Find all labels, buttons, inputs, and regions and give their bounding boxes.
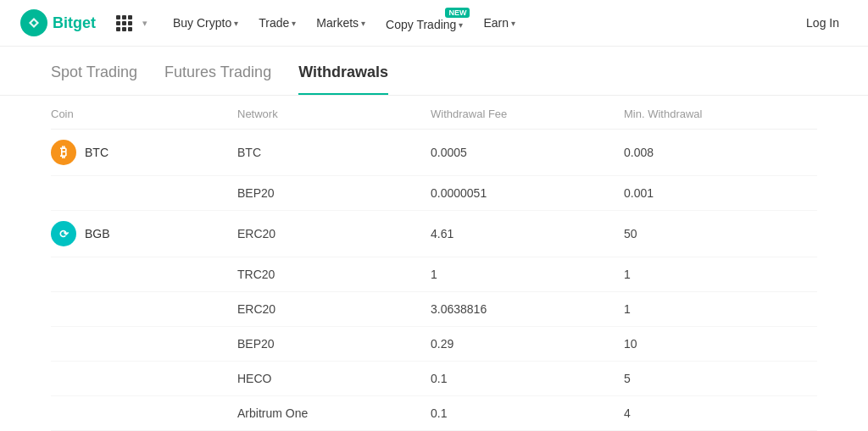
network-bgb-erc20: ERC20 [237,227,431,240]
nav-item-buy-crypto[interactable]: Buy Crypto ▾ [164,11,247,35]
min-arbitrum: 4 [624,406,817,420]
logo-text: Bitget [53,14,96,32]
table-row: BEP20 0.0000051 0.001 [51,176,817,211]
table-header: Coin Network Withdrawal Fee Min. Withdra… [51,96,817,130]
table-row: BEP20 0.29 10 [51,327,817,362]
coin-cell-bgb: ⟳ BGB [51,221,237,246]
network-bep20-2: BEP20 [237,337,431,351]
nav-item-earn[interactable]: Earn ▾ [475,11,524,35]
btc-icon: ₿ [51,140,76,165]
network-btc: BTC [237,146,431,159]
min-btc: 0.008 [624,146,817,159]
grid-chevron[interactable]: ▾ [142,18,147,29]
tab-spot-trading[interactable]: Spot Trading [51,64,137,95]
nav-item-trade[interactable]: Trade ▾ [250,11,304,35]
fee-trc20: 1 [431,268,624,281]
bgb-icon: ⟳ [51,221,76,246]
logo[interactable]: Bitget [20,9,96,36]
table-row: Arbitrum One 0.1 4 [51,396,817,431]
fee-erc20-2: 3.0638816 [431,302,624,316]
table-row: TRC20 1 1 [51,257,817,292]
tab-futures-trading[interactable]: Futures Trading [164,64,271,95]
login-button[interactable]: Log In [798,11,848,35]
earn-chevron-icon: ▾ [511,19,515,28]
network-trc20: TRC20 [237,268,431,281]
fee-bep20-2: 0.29 [431,337,624,351]
withdrawals-table: Coin Network Withdrawal Fee Min. Withdra… [0,96,868,431]
network-erc20-2: ERC20 [237,302,431,316]
tabs: Spot Trading Futures Trading Withdrawals [51,64,817,95]
fee-arbitrum: 0.1 [431,406,624,420]
coin-label-bgb: BGB [85,227,110,240]
coin-label-btc: BTC [85,146,108,159]
nav-item-copy-trading[interactable]: Copy Trading NEW ▾ [377,9,471,36]
trade-chevron-icon: ▾ [292,19,296,28]
nav-item-markets[interactable]: Markets ▾ [308,11,374,35]
table-row: HECO 0.1 5 [51,362,817,396]
nav-items: Buy Crypto ▾ Trade ▾ Markets ▾ Copy Trad… [164,9,791,36]
min-btc-bep20: 0.001 [624,186,817,200]
buy-crypto-chevron-icon: ▾ [234,19,238,28]
min-bep20-2: 10 [624,337,817,351]
min-heco: 5 [624,372,817,385]
header-min-withdrawal: Min. Withdrawal [624,108,817,120]
table-row: ERC20 3.0638816 1 [51,292,817,327]
bitget-logo-icon [20,9,47,36]
grid-menu-icon[interactable] [116,15,132,31]
tab-withdrawals[interactable]: Withdrawals [298,64,388,95]
min-bgb-erc20: 50 [624,227,817,240]
min-trc20: 1 [624,268,817,281]
header-withdrawal-fee: Withdrawal Fee [431,108,624,120]
coin-cell-btc: ₿ BTC [51,140,237,165]
network-arbitrum: Arbitrum One [237,406,431,420]
fee-heco: 0.1 [431,372,624,385]
table-row: ⟳ BGB ERC20 4.61 50 [51,211,817,257]
min-erc20-2: 1 [624,302,817,316]
table-row: ₿ BTC BTC 0.0005 0.008 [51,130,817,176]
fee-btc-bep20: 0.0000051 [431,186,624,200]
fee-bgb-erc20: 4.61 [431,227,624,240]
copy-trading-badge: NEW [445,8,470,18]
tabs-section: Spot Trading Futures Trading Withdrawals [0,47,868,96]
network-btc-bep20: BEP20 [237,186,431,200]
header-coin: Coin [51,108,237,120]
navbar: Bitget ▾ Buy Crypto ▾ Trade ▾ Markets ▾ … [0,0,868,47]
fee-btc: 0.0005 [431,146,624,159]
copy-trading-chevron-icon: ▾ [459,20,463,30]
network-heco: HECO [237,372,431,385]
header-network: Network [237,108,431,120]
markets-chevron-icon: ▾ [361,19,365,28]
